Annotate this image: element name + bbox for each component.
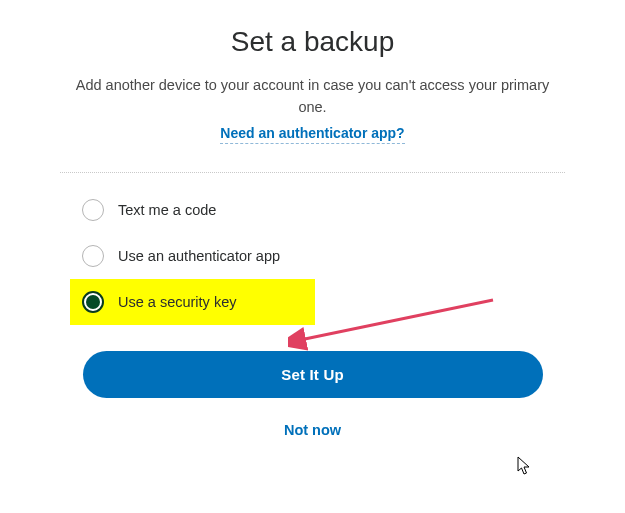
page-subtitle: Add another device to your account in ca…	[73, 74, 553, 119]
page-title: Set a backup	[60, 26, 565, 58]
radio-icon	[82, 245, 104, 267]
divider	[60, 172, 565, 173]
not-now-link[interactable]: Not now	[60, 422, 565, 438]
radio-icon	[82, 291, 104, 313]
option-label: Text me a code	[118, 202, 216, 218]
option-authenticator-app[interactable]: Use an authenticator app	[76, 233, 565, 279]
option-label: Use a security key	[118, 294, 236, 310]
option-label: Use an authenticator app	[118, 248, 280, 264]
option-text-code[interactable]: Text me a code	[76, 187, 565, 233]
need-authenticator-link[interactable]: Need an authenticator app?	[220, 125, 404, 144]
set-it-up-button[interactable]: Set It Up	[83, 351, 543, 398]
backup-setup-panel: Set a backup Add another device to your …	[0, 0, 625, 458]
backup-options: Text me a code Use an authenticator app …	[60, 187, 565, 325]
cursor-icon	[517, 456, 533, 476]
option-security-key[interactable]: Use a security key	[70, 279, 315, 325]
radio-icon	[82, 199, 104, 221]
